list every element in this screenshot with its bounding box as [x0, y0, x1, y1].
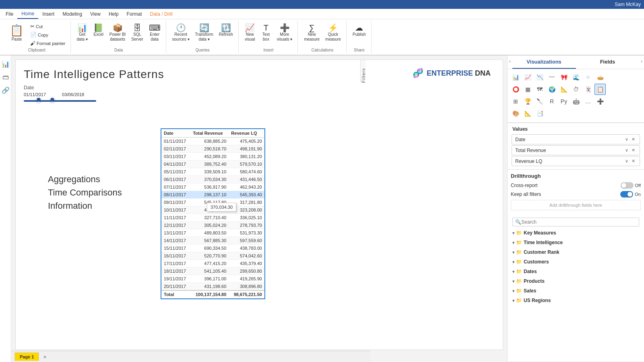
- filters-sidebar[interactable]: Filters: [360, 60, 366, 83]
- tab-fields[interactable]: Fields: [576, 56, 640, 69]
- table-row[interactable]: 11/11/2017 327,710.40 336,025.10: [161, 214, 264, 222]
- field-group-key-measures-header[interactable]: ▾ 📁 Key Measures: [510, 229, 642, 237]
- table-row[interactable]: 20/11/2017 431,198.60 308,896.80: [161, 283, 264, 291]
- power-bi-button[interactable]: 📦 Power BIdatasets: [107, 23, 128, 43]
- panel-collapse-left[interactable]: ‹: [508, 56, 512, 69]
- viz-analytics[interactable]: 📐: [522, 108, 533, 119]
- viz-filled-map[interactable]: 🌍: [546, 84, 557, 95]
- viz-treemap[interactable]: ▦: [522, 84, 533, 95]
- more-visuals-button[interactable]: ➕ Morevisuals ▾: [275, 23, 294, 43]
- left-sidebar-model-icon[interactable]: 🔗: [0, 85, 11, 96]
- enter-data-button[interactable]: ⌨ Enterdata: [147, 23, 163, 43]
- paste-button[interactable]: 📋 Paste: [6, 23, 27, 43]
- left-sidebar-report-icon[interactable]: 📊: [0, 59, 11, 70]
- viz-slicer[interactable]: 🔪: [534, 96, 545, 107]
- publish-button[interactable]: ☁ Publish: [351, 23, 368, 38]
- fields-search-input[interactable]: [521, 219, 636, 225]
- get-data-button[interactable]: 📊 Getdata ▾: [75, 23, 90, 43]
- field-group-customers-header[interactable]: ▾ 📁 Customers: [510, 258, 642, 266]
- viz-funnel[interactable]: 📐: [558, 84, 570, 95]
- field-group-products-header[interactable]: ▾ 📁 Products: [510, 277, 642, 285]
- table-row[interactable]: 17/11/2017 477,415.20 435,379.40: [161, 260, 264, 267]
- excel-button[interactable]: 📗 Excel: [91, 23, 106, 38]
- viz-gauge[interactable]: ⏱: [570, 84, 582, 95]
- value-chip-revenue-lq[interactable]: Revenue LQ ∨ ✕: [512, 156, 640, 166]
- table-row[interactable]: 15/11/2017 690,334.50 438,783.00: [161, 245, 264, 252]
- viz-waterfall[interactable]: 🌊: [570, 72, 582, 83]
- value-chip-revenue-lq-remove[interactable]: ✕: [630, 158, 636, 164]
- table-row[interactable]: 18/11/2017 541,105.40 299,650.80: [161, 267, 264, 275]
- value-chip-revenue-lq-expand[interactable]: ∨: [624, 158, 630, 164]
- viz-format[interactable]: 🎨: [510, 108, 521, 119]
- table-row[interactable]: 05/11/2017 339,509.10 580,474.60: [161, 168, 264, 176]
- field-group-time-intelligence-header[interactable]: ▾ 📁 Time Intelligence: [510, 239, 642, 247]
- fields-search[interactable]: 🔍: [512, 218, 639, 226]
- table-row[interactable]: 02/11/2017 290,518.70 498,191.90: [161, 145, 264, 153]
- menu-modeling[interactable]: Modeling: [58, 10, 86, 19]
- field-group-sales-header[interactable]: ▾ 📁 Sales: [510, 287, 642, 295]
- viz-custom[interactable]: ➕: [594, 96, 606, 107]
- refresh-button[interactable]: 🔃 Refresh: [217, 23, 235, 38]
- table-row[interactable]: 06/11/2017 370,034.30 431,446.50: [161, 176, 264, 183]
- table-row[interactable]: 04/11/2017 389,752.40 579,570.10: [161, 160, 264, 168]
- menu-file[interactable]: File: [2, 10, 17, 19]
- viz-ai[interactable]: 🤖: [570, 96, 582, 107]
- table-row[interactable]: 16/11/2017 520,770.90 574,042.60: [161, 252, 264, 260]
- field-group-customer-rank-header[interactable]: ▾ 📁 Customer Rank: [510, 248, 642, 256]
- copy-button[interactable]: 📄 Copy: [29, 31, 67, 39]
- menu-help[interactable]: Help: [105, 10, 123, 19]
- menu-data-drill[interactable]: Data / Drill: [146, 10, 177, 19]
- viz-area-chart[interactable]: 〰: [546, 72, 557, 83]
- viz-ribbon-chart[interactable]: 🎀: [558, 72, 570, 83]
- menu-view[interactable]: View: [86, 10, 105, 19]
- tab-visualizations[interactable]: Visualizations: [512, 56, 576, 69]
- table-row[interactable]: 01/11/2017 638,885.20 475,405.20: [161, 138, 264, 145]
- menu-insert[interactable]: Insert: [38, 10, 58, 19]
- viz-card[interactable]: 🃏: [582, 84, 594, 95]
- viz-matrix[interactable]: ⊞: [510, 96, 521, 107]
- cross-report-toggle[interactable]: [621, 182, 634, 189]
- viz-column-chart[interactable]: 📈: [522, 72, 533, 83]
- viz-data-fields[interactable]: 📑: [534, 108, 545, 119]
- viz-more[interactable]: …: [582, 96, 594, 107]
- value-chip-total-revenue-remove[interactable]: ✕: [630, 147, 636, 153]
- viz-kpi[interactable]: 🏆: [522, 96, 533, 107]
- menu-format[interactable]: Format: [123, 10, 146, 19]
- add-page-button[interactable]: +: [41, 353, 49, 361]
- transform-button[interactable]: 🔄 Transformdata ▾: [193, 23, 215, 43]
- menu-home[interactable]: Home: [17, 9, 38, 19]
- cut-button[interactable]: ✂ Cut: [29, 23, 67, 30]
- value-chip-total-revenue[interactable]: Total Revenue ∨ ✕: [512, 145, 640, 155]
- table-row[interactable]: 03/11/2017 452,089.20 380,131.20: [161, 153, 264, 160]
- viz-map[interactable]: 🗺: [534, 84, 545, 95]
- table-row[interactable]: 07/11/2017 536,917.90 462,943.20: [161, 183, 264, 191]
- viz-pie[interactable]: 🥧: [594, 72, 606, 83]
- table-row[interactable]: 13/11/2017 489,803.50 531,973.30: [161, 229, 264, 237]
- table-row[interactable]: 14/11/2017 567,885.30 597,559.60: [161, 237, 264, 245]
- viz-bar-chart[interactable]: 📊: [510, 72, 521, 83]
- viz-py[interactable]: Py: [558, 96, 570, 107]
- value-chip-date-remove[interactable]: ✕: [630, 136, 636, 142]
- filters-label[interactable]: Filters: [361, 68, 366, 83]
- field-group-dates-header[interactable]: ▾ 📁 Dates: [510, 267, 642, 276]
- keep-filters-toggle[interactable]: [620, 191, 633, 197]
- panel-expand-right[interactable]: ›: [639, 56, 644, 69]
- field-group-us-regions-header[interactable]: ▾ 📁 US Regions: [510, 296, 642, 304]
- table-row[interactable]: 08/11/2017 298,137.10 545,393.40: [161, 191, 264, 199]
- viz-r[interactable]: R: [546, 96, 557, 107]
- quick-measure-button[interactable]: ⚡ Quickmeasure: [323, 23, 343, 43]
- value-chip-date[interactable]: Date ∨ ✕: [512, 134, 640, 144]
- value-chip-total-revenue-expand[interactable]: ∨: [624, 147, 630, 153]
- format-painter-button[interactable]: 🖌 Format painter: [29, 39, 67, 47]
- viz-donut[interactable]: ⭕: [510, 84, 521, 95]
- viz-scatter[interactable]: ⁘: [582, 72, 594, 83]
- viz-table[interactable]: 📋: [594, 84, 606, 95]
- recent-sources-button[interactable]: 🕐 Recentsources ▾: [170, 23, 192, 43]
- left-sidebar-data-icon[interactable]: 🗃: [1, 72, 10, 82]
- new-measure-button[interactable]: ∑ Newmeasure: [302, 23, 322, 43]
- text-box-button[interactable]: T Textbox: [259, 23, 273, 43]
- viz-line-chart[interactable]: 📉: [534, 72, 545, 83]
- data-table-container[interactable]: Date Total Revenue Revenue LQ 01/11/2017…: [161, 128, 265, 299]
- value-chip-date-expand[interactable]: ∨: [624, 136, 630, 142]
- new-visual-button[interactable]: 📈 Newvisual: [243, 23, 257, 43]
